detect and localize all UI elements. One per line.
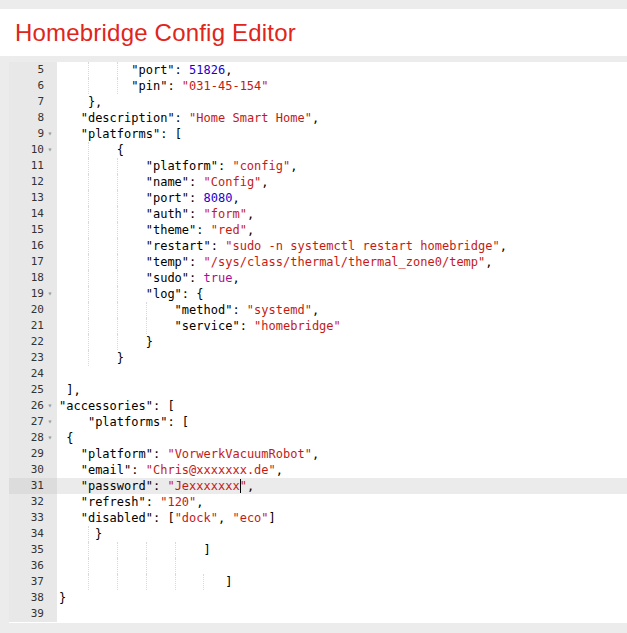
code-line[interactable]: 27▾ "platforms": [ — [9, 414, 627, 430]
line-number: 14 — [9, 206, 57, 222]
code-text[interactable]: } — [57, 526, 627, 542]
code-text[interactable]: "theme": "red", — [57, 222, 627, 238]
code-text[interactable]: } — [57, 590, 627, 606]
code-text[interactable]: "auth": "form", — [57, 206, 627, 222]
code-line[interactable]: 38} — [9, 590, 627, 606]
code-text[interactable] — [57, 558, 627, 574]
code-line[interactable]: 30 "email": "Chris@xxxxxxx.de", — [9, 462, 627, 478]
code-line[interactable]: 28▾ { — [9, 430, 627, 446]
code-text[interactable]: "port": 51826, — [57, 62, 627, 78]
code-text[interactable]: { — [57, 430, 627, 446]
line-number: 8 — [9, 110, 57, 126]
code-text[interactable]: "refresh": "120", — [57, 494, 627, 510]
code-line[interactable]: 8 "description": "Home Smart Home", — [9, 110, 627, 126]
indent-guide — [117, 286, 118, 302]
fold-arrow-icon[interactable]: ▾ — [44, 142, 56, 158]
code-line[interactable]: 9▾ "platforms": [ — [9, 126, 627, 142]
fold-arrow-icon[interactable]: ▾ — [44, 398, 56, 414]
code-text[interactable]: } — [57, 350, 627, 366]
indent-guide — [117, 206, 118, 222]
code-line[interactable]: 34 } — [9, 526, 627, 542]
code-text[interactable]: } — [57, 334, 627, 350]
code-text[interactable]: "password": "Jexxxxxxx", — [57, 478, 627, 494]
line-number: 12 — [9, 174, 57, 190]
code-line[interactable]: 25 ], — [9, 382, 627, 398]
code-line[interactable]: 18 "sudo": true, — [9, 270, 627, 286]
indent-guide — [203, 574, 204, 590]
code-text[interactable]: "pin": "031-45-154" — [57, 78, 627, 94]
code-line[interactable]: 37 ] — [9, 574, 627, 590]
indent-guide — [146, 574, 147, 590]
code-lines[interactable]: 5 "port": 51826,6 "pin": "031-45-154"7 }… — [9, 62, 627, 622]
line-number: 22 — [9, 334, 57, 350]
code-line[interactable]: 6 "pin": "031-45-154" — [9, 78, 627, 94]
code-text[interactable]: "temp": "/sys/class/thermal/thermal_zone… — [57, 254, 627, 270]
code-text[interactable]: }, — [57, 94, 627, 110]
code-line[interactable]: 16 "restart": "sudo -n systemctl restart… — [9, 238, 627, 254]
code-line[interactable]: 33 "disabled": ["dock", "eco"] — [9, 510, 627, 526]
indent-guide — [88, 238, 89, 254]
code-text[interactable]: "platform": "config", — [57, 158, 627, 174]
code-text[interactable]: "disabled": ["dock", "eco"] — [57, 510, 627, 526]
code-line[interactable]: 14 "auth": "form", — [9, 206, 627, 222]
code-line[interactable]: 31 "password": "Jexxxxxxx", — [9, 478, 627, 494]
code-text[interactable]: "sudo": true, — [57, 270, 627, 286]
code-text[interactable]: "method": "systemd", — [57, 302, 627, 318]
code-text[interactable]: "platform": "VorwerkVacuumRobot", — [57, 446, 627, 462]
indent-guide — [88, 78, 89, 94]
code-text[interactable]: "service": "homebridge" — [57, 318, 627, 334]
code-line[interactable]: 13 "port": 8080, — [9, 190, 627, 206]
fold-arrow-icon[interactable]: ▾ — [44, 126, 56, 142]
code-line[interactable]: 5 "port": 51826, — [9, 62, 627, 78]
code-text[interactable]: "description": "Home Smart Home", — [57, 110, 627, 126]
indent-guide — [88, 542, 89, 558]
code-line[interactable]: 15 "theme": "red", — [9, 222, 627, 238]
code-text[interactable]: { — [57, 142, 627, 158]
indent-guide — [88, 142, 89, 158]
code-line[interactable]: 10▾ { — [9, 142, 627, 158]
line-number: 30 — [9, 462, 57, 478]
code-text[interactable]: "port": 8080, — [57, 190, 627, 206]
fold-arrow-icon[interactable]: ▾ — [44, 414, 56, 430]
indent-guide — [88, 286, 89, 302]
indent-guide — [88, 526, 89, 542]
code-text[interactable]: "log": { — [57, 286, 627, 302]
code-line[interactable]: 20 "method": "systemd", — [9, 302, 627, 318]
code-text[interactable]: "accessories": [ — [57, 398, 627, 414]
indent-guide — [117, 190, 118, 206]
indent-guide — [117, 238, 118, 254]
code-line[interactable]: 21 "service": "homebridge" — [9, 318, 627, 334]
code-line[interactable]: 23 } — [9, 350, 627, 366]
fold-arrow-icon[interactable]: ▾ — [44, 286, 56, 302]
code-line[interactable]: 26▾"accessories": [ — [9, 398, 627, 414]
code-line[interactable]: 29 "platform": "VorwerkVacuumRobot", — [9, 446, 627, 462]
code-text[interactable]: "platforms": [ — [57, 414, 627, 430]
code-text[interactable]: "restart": "sudo -n systemctl restart ho… — [57, 238, 627, 254]
code-text[interactable] — [57, 606, 627, 622]
config-editor[interactable]: 5 "port": 51826,6 "pin": "031-45-154"7 }… — [9, 62, 627, 623]
code-line[interactable]: 35 ] — [9, 542, 627, 558]
code-text[interactable]: "email": "Chris@xxxxxxx.de", — [57, 462, 627, 478]
line-number: 28▾ — [9, 430, 57, 446]
code-line[interactable]: 11 "platform": "config", — [9, 158, 627, 174]
fold-arrow-icon[interactable]: ▾ — [44, 430, 56, 446]
line-number: 35 — [9, 542, 57, 558]
code-text[interactable]: "platforms": [ — [57, 126, 627, 142]
indent-guide — [88, 558, 89, 574]
code-line[interactable]: 36 — [9, 558, 627, 574]
code-text[interactable]: ], — [57, 382, 627, 398]
code-line[interactable]: 12 "name": "Config", — [9, 174, 627, 190]
code-line[interactable]: 7 }, — [9, 94, 627, 110]
code-line[interactable]: 22 } — [9, 334, 627, 350]
code-line[interactable]: 19▾ "log": { — [9, 286, 627, 302]
indent-guide — [88, 222, 89, 238]
code-text[interactable]: ] — [57, 574, 627, 590]
code-text[interactable]: ] — [57, 542, 627, 558]
code-text[interactable]: "name": "Config", — [57, 174, 627, 190]
code-text[interactable] — [57, 366, 627, 382]
line-number: 15 — [9, 222, 57, 238]
code-line[interactable]: 24 — [9, 366, 627, 382]
code-line[interactable]: 39 — [9, 606, 627, 622]
code-line[interactable]: 32 "refresh": "120", — [9, 494, 627, 510]
code-line[interactable]: 17 "temp": "/sys/class/thermal/thermal_z… — [9, 254, 627, 270]
